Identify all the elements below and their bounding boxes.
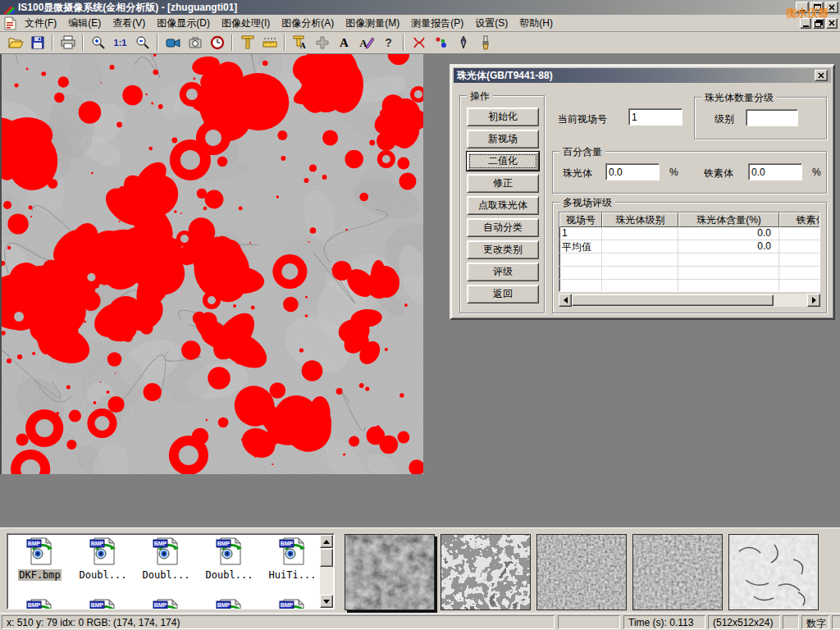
file-name[interactable]: DKF.bmp: [18, 569, 62, 581]
grid-button[interactable]: [311, 33, 333, 52]
thumbnail-4[interactable]: [632, 534, 723, 610]
zoom-out-button[interactable]: [131, 33, 153, 52]
file-name[interactable]: Doubl...: [79, 569, 128, 581]
init-button[interactable]: 初始化: [467, 107, 539, 126]
particle-analysis-button[interactable]: [430, 33, 452, 52]
menu-item-image-process[interactable]: 图像处理(I): [216, 15, 276, 32]
file-item[interactable]: HuiTi...: [262, 536, 323, 581]
menu-item-report[interactable]: 测量报告(P): [405, 15, 469, 32]
caliper-button[interactable]: [236, 33, 258, 52]
camera-button[interactable]: [184, 33, 206, 52]
mdi-workspace: 珠光体(GB/T9441-88) 操作 初始化 新视场 二值化 修正 点取珠光体…: [0, 54, 840, 527]
scroll-right-button[interactable]: [807, 294, 820, 307]
level-input[interactable]: [746, 109, 798, 126]
file-item[interactable]: DKF.bmp: [9, 536, 71, 581]
rating-table[interactable]: 视场号 珠光体级别 珠光体含量(%) 铁素体含量(%) 1 0.0 平均值 0.…: [559, 212, 820, 292]
thumbnail-3[interactable]: [536, 534, 627, 610]
mdi-restore-icon: [815, 21, 821, 27]
auto-classify-button[interactable]: 自动分类: [467, 218, 539, 237]
binarize-button[interactable]: 二值化: [467, 152, 539, 171]
file-name[interactable]: Doubl...: [205, 569, 254, 581]
file-item[interactable]: [262, 598, 323, 609]
thumbnail-1[interactable]: [345, 534, 435, 610]
maximize-icon: [814, 4, 821, 11]
new-field-button[interactable]: 新视场: [467, 130, 539, 148]
video-capture-button[interactable]: [162, 33, 184, 52]
file-item[interactable]: [9, 598, 71, 609]
table-row[interactable]: 平均值 0.0: [559, 240, 819, 253]
return-button[interactable]: 返回: [467, 285, 539, 304]
file-name[interactable]: HuiTi...: [268, 569, 317, 581]
button-label: 自动分类: [483, 221, 523, 235]
menu-item-help[interactable]: 帮助(H): [514, 15, 559, 32]
thumbnail-2[interactable]: [441, 534, 531, 610]
scroll-up-button[interactable]: [320, 535, 333, 548]
curve-tool-button[interactable]: [408, 33, 430, 52]
mdi-close-button[interactable]: [826, 18, 838, 29]
mdi-minimize-button[interactable]: [800, 18, 811, 29]
timer-button[interactable]: [206, 33, 228, 52]
pick-pearlite-button[interactable]: 点取珠光体: [467, 196, 539, 215]
menu-item-image-analysis[interactable]: 图像分析(A): [276, 15, 340, 32]
annotate-button[interactable]: A: [355, 33, 377, 52]
scroll-left-button[interactable]: [559, 294, 572, 307]
cell: [602, 253, 678, 266]
print-button[interactable]: [57, 33, 79, 52]
document-icon[interactable]: [3, 16, 17, 30]
dialog-titlebar[interactable]: 珠光体(GB/T9441-88): [454, 68, 831, 83]
close-button[interactable]: [825, 2, 838, 13]
level-label: 级别: [714, 112, 734, 126]
dialog-close-button[interactable]: [815, 70, 828, 81]
file-item[interactable]: Doubl...: [72, 536, 134, 581]
cell: [779, 240, 820, 253]
table-row[interactable]: [559, 280, 819, 292]
scroll-down-button[interactable]: [320, 595, 333, 608]
file-browser[interactable]: DKF.bmp Doubl... Doubl... Doubl... HuiTi…: [7, 533, 335, 609]
menu-item-settings[interactable]: 设置(S): [469, 15, 514, 32]
menu-item-edit[interactable]: 编辑(E): [62, 15, 107, 32]
mdi-restore-button[interactable]: [813, 18, 824, 29]
specimen-image[interactable]: [0, 54, 423, 474]
pearlite-label: 珠光体: [563, 167, 592, 180]
pen-tool-button[interactable]: [452, 33, 474, 52]
file-name[interactable]: Doubl...: [142, 569, 191, 581]
thumbnail-5[interactable]: [728, 534, 819, 610]
table-row[interactable]: [559, 253, 819, 267]
file-item[interactable]: Doubl...: [199, 536, 260, 581]
table-hscrollbar[interactable]: [559, 294, 820, 307]
menu-item-file[interactable]: 文件(F): [19, 15, 62, 32]
brush-tool-button[interactable]: [474, 33, 496, 52]
maximize-button[interactable]: [810, 2, 824, 13]
file-vscrollbar[interactable]: [320, 535, 333, 608]
minimize-button[interactable]: [796, 2, 809, 13]
help-button[interactable]: ?: [377, 33, 399, 52]
menu-item-image-measure[interactable]: 图像测量(M): [340, 15, 405, 32]
correct-button[interactable]: 修正: [467, 174, 539, 193]
scrollbar-thumb[interactable]: [572, 294, 774, 306]
open-button[interactable]: [4, 33, 26, 52]
file-item[interactable]: [135, 598, 197, 609]
zoom-actual-button[interactable]: 1:1: [109, 33, 131, 52]
change-class-button[interactable]: 更改类别: [467, 240, 539, 259]
pearlite-percent-input[interactable]: [605, 163, 660, 180]
table-row[interactable]: 1 0.0: [559, 227, 819, 240]
menu-item-view[interactable]: 查看(V): [107, 15, 151, 32]
grade-button[interactable]: 评级: [467, 262, 539, 281]
letter-a: A: [299, 41, 306, 50]
table-row[interactable]: [559, 267, 819, 280]
ruler-button[interactable]: [258, 33, 281, 52]
text-button[interactable]: A: [333, 33, 355, 52]
bmp-file-icon: [25, 598, 55, 609]
file-item[interactable]: [199, 598, 260, 609]
measure-text-button[interactable]: A: [289, 33, 311, 52]
cell: [559, 280, 602, 292]
save-button[interactable]: [26, 33, 48, 52]
zoom-in-button[interactable]: [87, 33, 109, 52]
ferrite-percent-input[interactable]: [748, 163, 802, 180]
file-item[interactable]: Doubl...: [135, 536, 197, 581]
percent-group-label: 百分含量: [559, 145, 605, 159]
current-field-input[interactable]: [628, 108, 682, 126]
file-item[interactable]: [72, 598, 134, 609]
menu-item-image-display[interactable]: 图像显示(D): [151, 15, 216, 32]
scrollbar-thumb[interactable]: [320, 549, 333, 567]
